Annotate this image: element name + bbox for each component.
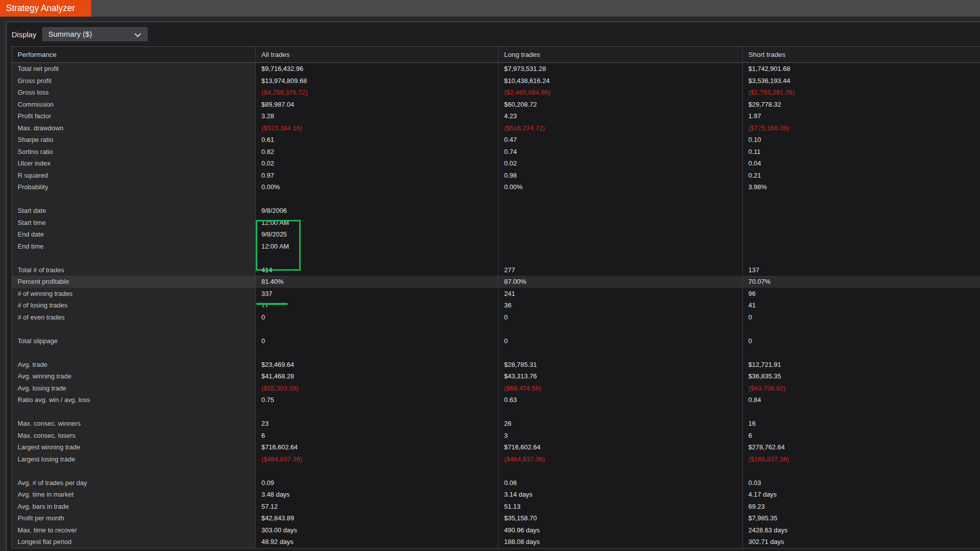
table-row[interactable]: Avg. losing trade($55,303.59)($68,474.58… [12, 382, 980, 395]
table-row[interactable]: Total # of trades414277137 [12, 264, 980, 276]
display-label: Display [12, 28, 36, 41]
table-row[interactable] [12, 193, 980, 205]
all-trades-cell: 0.75 [256, 394, 499, 406]
all-trades-cell: $23,469.64 [256, 359, 499, 371]
table-row[interactable]: Max. drawdown($523,384.16)($516,274.72)(… [12, 122, 980, 134]
table-row[interactable]: # of losing trades773641 [12, 299, 980, 311]
header-all-trades[interactable]: All trades [256, 47, 499, 62]
row-label-cell: Percent profitable [12, 276, 256, 288]
table-row[interactable]: Sortino ratio0.820.740.11 [12, 146, 980, 158]
table-row[interactable]: Largest winning trade$716,602.64$716,602… [12, 441, 980, 453]
table-row[interactable]: Probability0.00%0.00%3.98% [12, 181, 980, 193]
row-label-cell: Avg. bars in trade [12, 501, 256, 513]
table-row[interactable]: Avg. bars in trade57.1251.1369.23 [12, 501, 980, 513]
table-row[interactable] [12, 252, 980, 264]
table-row[interactable] [12, 347, 980, 359]
table-row[interactable]: Avg. # of trades per day0.090.060.03 [12, 477, 980, 489]
long-trades-cell: 0.00% [499, 181, 743, 193]
all-trades-cell: 9/8/2025 [256, 228, 499, 241]
table-row[interactable]: Sharpe ratio0.610.470.10 [12, 134, 980, 146]
table-row[interactable]: Profit factor3.284.231.97 [12, 110, 980, 122]
table-row[interactable]: Avg. winning trade$41,468.28$43,313.76$3… [12, 370, 980, 382]
display-select[interactable]: Summary ($) [42, 27, 148, 41]
tab-strategy-analyzer[interactable]: Strategy Analyzer [0, 0, 91, 17]
header-long-trades[interactable]: Long trades [499, 47, 743, 62]
table-row[interactable] [12, 465, 980, 477]
short-trades-cell: 1.97 [743, 110, 980, 122]
short-trades-cell: 0.21 [743, 170, 980, 182]
header-performance[interactable]: Performance [12, 47, 256, 62]
table-row[interactable]: Profit per month$42,843.89$35,158.70$7,9… [12, 512, 980, 524]
table-row[interactable]: End time12:00 AM [12, 241, 980, 253]
table-row[interactable]: Start time12:00 AM [12, 217, 980, 229]
long-trades-cell: $60,208.72 [499, 99, 743, 111]
long-trades-cell: $28,785.31 [499, 359, 743, 371]
long-trades-cell: 277 [499, 264, 743, 276]
long-trades-cell: ($68,474.58) [499, 382, 743, 395]
row-label-cell: Avg. winning trade [12, 370, 256, 382]
all-trades-cell: 12:00 AM [256, 241, 499, 253]
short-trades-cell: $1,742,901.68 [743, 63, 980, 75]
table-row[interactable]: Avg. trade$23,469.64$28,785.31$12,721.91 [12, 359, 980, 371]
table-row[interactable]: Start date9/8/2006 [12, 205, 980, 217]
row-label-cell: Largest losing trade [12, 453, 256, 465]
table-row[interactable]: Avg. time in market3.48 days3.14 days4.1… [12, 489, 980, 501]
table-row[interactable]: Largest losing trade($464,837.36)($464,8… [12, 453, 980, 465]
table-row[interactable]: Gross profit$13,974,809.68$10,438,616.24… [12, 75, 980, 87]
table-row[interactable]: # of even trades000 [12, 311, 980, 324]
long-trades-cell: 87.00% [499, 276, 743, 288]
row-label-cell: End time [12, 241, 256, 253]
table-row[interactable]: Ulcer index0.020.020.04 [12, 158, 980, 170]
short-trades-cell: 4.17 days [743, 489, 980, 501]
all-trades-cell: 48.92 days [256, 536, 499, 548]
long-trades-cell [499, 347, 743, 359]
short-trades-cell: 16 [743, 418, 980, 430]
all-trades-cell: 0 [256, 311, 499, 324]
row-label-cell: Start date [12, 205, 256, 217]
long-trades-cell: 0.06 [499, 477, 743, 489]
table-row[interactable]: End date9/8/2025 [12, 228, 980, 241]
table-row[interactable]: Max. time to recover303.00 days490.96 da… [12, 524, 980, 536]
all-trades-cell: 57.12 [256, 501, 499, 513]
table-row[interactable]: Max. consec. losers636 [12, 430, 980, 442]
long-trades-cell: 0.47 [499, 134, 743, 146]
all-trades-cell: 77 [256, 299, 499, 311]
table-row[interactable]: # of winning trades33724196 [12, 288, 980, 300]
table-row[interactable]: Gross loss($4,258,376.72)($2,465,084.96)… [12, 87, 980, 99]
table-row[interactable] [12, 406, 980, 418]
table-header-row: Performance All trades Long trades Short… [12, 47, 980, 63]
row-label-cell: # of losing trades [12, 299, 256, 311]
table-row[interactable]: Percent profitable81.40%87.00%70.07% [12, 276, 980, 288]
long-trades-cell [499, 252, 743, 264]
table-row[interactable]: Commission$89,987.04$60,208.72$29,778.32 [12, 99, 980, 111]
table-row[interactable]: R squared0.970.980.21 [12, 170, 980, 182]
long-trades-cell: 490.96 days [499, 524, 743, 536]
all-trades-cell: $41,468.28 [256, 370, 499, 382]
row-label-cell: Start time [12, 217, 256, 229]
short-trades-cell: 0 [743, 335, 980, 347]
long-trades-cell: 188.08 days [499, 536, 743, 548]
all-trades-cell: 3.28 [256, 110, 499, 122]
all-trades-cell: 3.48 days [256, 489, 499, 501]
table-row[interactable]: Ratio avg. win / avg. loss0.750.630.84 [12, 394, 980, 406]
long-trades-cell [499, 217, 743, 229]
long-trades-cell: 36 [499, 299, 743, 311]
all-trades-cell: 0.02 [256, 158, 499, 170]
table-row[interactable]: Max. consec. winners232616 [12, 418, 980, 430]
all-trades-cell: 0.09 [256, 477, 499, 489]
all-trades-cell: 0.82 [256, 146, 499, 158]
table-row[interactable] [12, 323, 980, 335]
table-row[interactable]: Total slippage000 [12, 335, 980, 347]
short-trades-cell [743, 347, 980, 359]
header-short-trades[interactable]: Short trades [743, 47, 980, 62]
row-label-cell [12, 406, 256, 418]
short-trades-cell [743, 205, 980, 217]
row-label-cell [12, 465, 256, 477]
long-trades-cell: 3 [499, 430, 743, 442]
all-trades-cell: $9,716,432.96 [256, 63, 499, 75]
long-trades-cell: $43,313.76 [499, 370, 743, 382]
table-row[interactable]: Longest flat period48.92 days188.08 days… [12, 536, 980, 548]
row-label-cell: Probability [12, 181, 256, 193]
row-label-cell: Profit factor [12, 110, 256, 122]
table-row[interactable]: Total net profit$9,716,432.96$7,973,531.… [12, 63, 980, 75]
